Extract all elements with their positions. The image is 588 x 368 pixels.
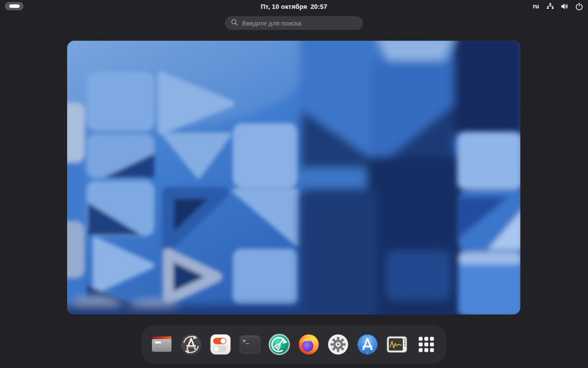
time-label: 20:57 <box>311 3 327 10</box>
settings-gear-icon[interactable] <box>327 333 349 356</box>
wallpaper-image <box>67 41 520 315</box>
software-update-icon[interactable] <box>180 333 202 356</box>
search-icon <box>231 19 238 28</box>
terminal-icon[interactable]: >_ <box>239 333 261 356</box>
power-icon[interactable] <box>575 2 583 10</box>
date-label: Пт, 10 октября <box>261 3 307 10</box>
quick-settings[interactable]: ru <box>533 0 584 13</box>
dock: >_ <box>142 325 446 364</box>
search-input[interactable] <box>242 20 357 27</box>
keyboard-layout-label[interactable]: ru <box>533 3 539 10</box>
svg-text:>_: >_ <box>243 338 249 344</box>
volume-icon[interactable] <box>561 2 569 10</box>
workspace-preview[interactable] <box>67 41 520 315</box>
firefox-icon[interactable] <box>297 333 320 356</box>
files-icon[interactable] <box>150 333 173 356</box>
network-wired-icon[interactable] <box>546 2 554 10</box>
top-bar: Пт, 10 октября 20:57 ru <box>0 0 588 13</box>
system-cleaner-icon[interactable] <box>268 333 291 356</box>
astra-app-icon[interactable] <box>356 333 379 356</box>
clock-button[interactable]: Пт, 10 октября 20:57 <box>0 0 588 13</box>
toggles-settings-icon[interactable] <box>209 333 232 356</box>
app-grid-icon[interactable] <box>415 333 438 356</box>
system-monitor-icon[interactable] <box>386 333 408 356</box>
search-bar[interactable] <box>225 16 363 30</box>
